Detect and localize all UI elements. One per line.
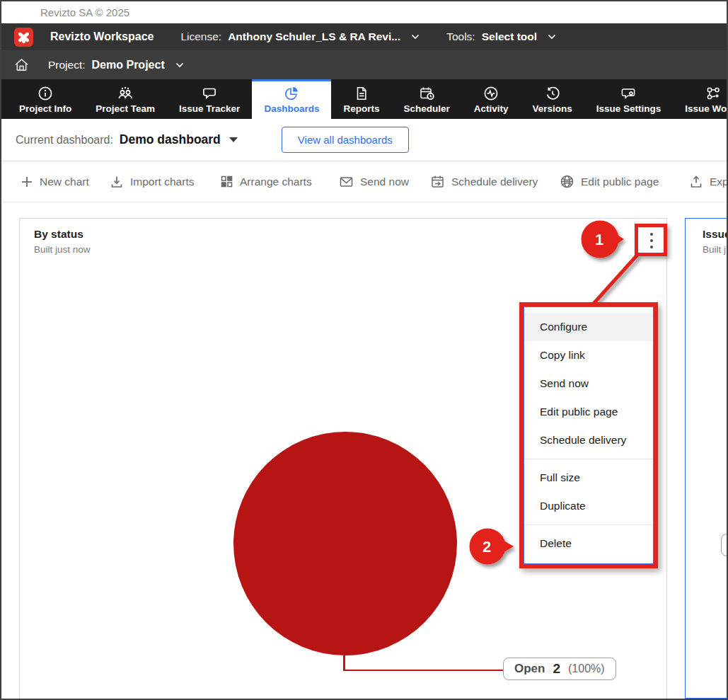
revizto-workspace-window: Revizto SA © 2025 Revizto Workspace Lice… — [0, 0, 728, 700]
export-button[interactable]: Expo — [690, 161, 728, 202]
edit-public-page-button[interactable]: Edit public page — [560, 161, 659, 202]
menu-item-schedule-delivery[interactable]: Schedule delivery — [524, 426, 653, 454]
chevron-down-icon — [175, 62, 184, 68]
current-dashboard-value: Demo dashboard — [120, 132, 221, 147]
tab-project-info[interactable]: Project Info — [7, 79, 83, 119]
grid-icon — [221, 176, 233, 188]
tab-activity[interactable]: Activity — [462, 79, 521, 119]
pie-icon — [284, 86, 299, 101]
plus-icon — [21, 176, 33, 188]
tab-reports[interactable]: Reports — [331, 79, 391, 119]
project-bar: Project: Demo Project — [1, 50, 727, 79]
menu-item-edit-public-page[interactable]: Edit public page — [524, 398, 653, 426]
team-icon — [117, 86, 134, 101]
workflow-icon — [705, 86, 721, 101]
pie-data-label: Open 2 (100%) — [503, 658, 616, 680]
chart-context-menu: Configure Copy link Send now Edit public… — [524, 306, 654, 564]
send-now-button[interactable]: Send now — [340, 161, 409, 202]
menu-item-configure[interactable]: Configure — [524, 313, 653, 341]
license-value: Anthony Schuler_LS & RA Revi... — [228, 30, 400, 43]
menu-item-duplicate[interactable]: Duplicate — [524, 492, 653, 520]
pie-label-count: 2 — [553, 661, 560, 677]
view-all-dashboards-button[interactable]: View all dashboards — [282, 127, 409, 153]
history-icon — [545, 86, 560, 101]
pie-slice-open[interactable] — [233, 432, 457, 655]
schedule-delivery-button[interactable]: Schedule delivery — [431, 161, 538, 202]
tab-issue-tracker[interactable]: Issue Tracker — [167, 79, 252, 119]
project-value: Demo Project — [92, 59, 165, 71]
calendar-send-icon — [431, 175, 444, 188]
pie-leader-line — [343, 652, 345, 671]
pie-label-percent: (100%) — [568, 662, 605, 675]
home-icon[interactable] — [14, 58, 29, 71]
chart-menu-kebab-icon[interactable] — [643, 226, 660, 255]
pie-leader-line — [343, 670, 503, 672]
chevron-down-icon — [411, 34, 420, 40]
app-title: Revizto Workspace — [50, 30, 154, 43]
dashboard-toolbar: New chart Import charts Arrange charts S… — [1, 161, 727, 202]
calendar-clock-icon — [419, 86, 435, 101]
tab-scheduler[interactable]: Scheduler — [391, 79, 461, 119]
chevron-down-icon — [548, 34, 556, 40]
dashboard-dropdown[interactable]: Demo dashboard — [113, 132, 238, 147]
license-label: License: — [180, 30, 221, 43]
copyright-text: Revizto SA © 2025 — [40, 6, 129, 18]
app-header: Revizto Workspace License: Anthony Schul… — [1, 23, 727, 50]
tools-dropdown[interactable]: Select tool — [475, 30, 556, 43]
menu-item-send-now[interactable]: Send now — [524, 369, 653, 398]
chart-built-timestamp: Built just now — [34, 244, 91, 255]
chart-title: Issue — [703, 228, 728, 241]
tab-bar: Project Info Project Team Issue Tracker … — [1, 79, 727, 119]
pie-data-label — [721, 534, 728, 556]
copyright-bar: Revizto SA © 2025 — [1, 1, 727, 23]
tools-value: Select tool — [482, 30, 537, 43]
tab-issue-workflows[interactable]: Issue Workfl — [673, 79, 728, 119]
chat-gear-icon — [620, 86, 637, 101]
document-icon — [354, 86, 369, 101]
new-chart-button[interactable]: New chart — [21, 161, 89, 202]
annotation-highlight-box-menu: Configure Copy link Send now Edit public… — [519, 302, 658, 568]
activity-icon — [483, 86, 499, 101]
chart-built-timestamp: Built j — [703, 244, 726, 255]
envelope-icon — [340, 176, 353, 188]
tab-issue-settings[interactable]: Issue Settings — [584, 79, 674, 119]
export-icon — [690, 176, 703, 188]
current-dashboard-label: Current dashboard: — [16, 134, 113, 147]
globe-icon — [560, 175, 574, 188]
menu-separator — [524, 524, 653, 525]
menu-item-full-size[interactable]: Full size — [524, 464, 653, 492]
import-icon — [110, 176, 123, 188]
import-charts-button[interactable]: Import charts — [110, 161, 194, 202]
chat-icon — [202, 86, 217, 101]
menu-separator — [524, 459, 653, 459]
license-dropdown[interactable]: Anthony Schuler_LS & RA Revi... — [221, 30, 420, 43]
tools-label: Tools: — [446, 30, 475, 43]
arrange-charts-button[interactable]: Arrange charts — [221, 161, 312, 202]
tab-project-team[interactable]: Project Team — [83, 79, 167, 119]
chart-card-issues: Issue Built j — [685, 218, 728, 699]
menu-item-copy-link[interactable]: Copy link — [524, 341, 653, 369]
project-label: Project: — [48, 59, 86, 71]
pie-label-name: Open — [514, 662, 545, 676]
caret-down-icon — [229, 137, 238, 142]
current-dashboard-bar: Current dashboard: Demo dashboard View a… — [1, 119, 727, 161]
tab-dashboards[interactable]: Dashboards — [252, 79, 331, 119]
tab-versions[interactable]: Versions — [521, 79, 584, 119]
chart-title: By status — [34, 228, 83, 241]
revizto-logo-icon — [14, 28, 33, 47]
info-icon — [37, 86, 53, 101]
menu-item-delete[interactable]: Delete — [524, 529, 653, 558]
project-dropdown[interactable]: Demo Project — [86, 59, 184, 71]
